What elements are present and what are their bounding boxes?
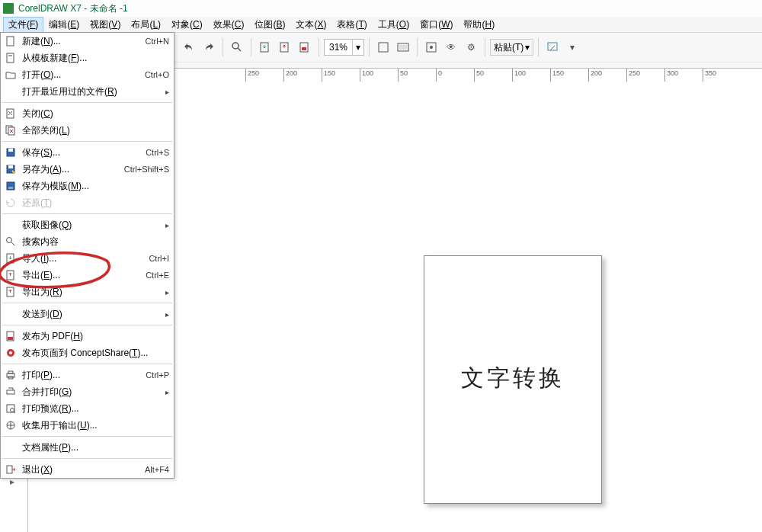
menu-item[interactable]: 导出为(R)▸: [1, 284, 174, 300]
import-icon[interactable]: [256, 38, 274, 56]
menu-9[interactable]: 工具(O): [373, 17, 415, 33]
menu-item[interactable]: 发送到(D)▸: [1, 306, 174, 322]
menu-8[interactable]: 表格(T): [331, 17, 372, 33]
ruler-tick: 200: [588, 69, 589, 82]
ruler-tick: 300: [664, 69, 665, 82]
menu-shortcut: Ctrl+O: [145, 70, 169, 79]
paste-dropdown[interactable]: 粘贴(T) ▾: [490, 39, 533, 56]
import-icon: [4, 252, 18, 264]
svg-rect-11: [548, 43, 557, 50]
open-icon: [4, 69, 18, 81]
menu-item-label: 收集用于输出(U)...: [22, 419, 169, 432]
ruler-tick: 100: [512, 69, 513, 82]
gear-icon[interactable]: ⚙: [462, 38, 480, 56]
svg-line-1: [238, 48, 241, 51]
menu-item[interactable]: 从模板新建(F)...: [1, 50, 174, 66]
menu-shortcut: Alt+F4: [145, 465, 169, 474]
fullscreen-icon[interactable]: [374, 38, 392, 56]
separator: [223, 38, 223, 56]
eye-icon[interactable]: 👁: [442, 38, 460, 56]
snap-icon[interactable]: [422, 38, 440, 56]
chevron-down-icon: ▾: [525, 42, 530, 53]
menu-6[interactable]: 位图(B): [249, 17, 290, 33]
search-icon[interactable]: [228, 38, 246, 56]
menu-item-label: 文档属性(P)...: [22, 441, 169, 454]
blank-icon: [4, 85, 18, 98]
mergeprint-icon: [4, 386, 18, 398]
menu-item-label: 导出(E)...: [22, 269, 146, 282]
menu-11[interactable]: 帮助(H): [458, 17, 500, 33]
menu-item-label: 打开(O)...: [22, 69, 145, 82]
paste-label: 粘贴(T): [494, 41, 523, 54]
menu-item[interactable]: 发布页面到 ConceptShare(T)...: [1, 345, 174, 361]
menu-item[interactable]: 文档属性(P)...: [1, 439, 174, 456]
menu-divider: [2, 436, 172, 437]
menu-item-label: 打开最近用过的文件(R): [22, 85, 164, 98]
menu-item[interactable]: 导出(E)...Ctrl+E: [1, 267, 174, 284]
menu-5[interactable]: 效果(C): [208, 17, 250, 33]
blank-icon: [4, 441, 18, 453]
menu-4[interactable]: 对象(C): [166, 17, 208, 33]
app-logo-icon: [3, 3, 14, 14]
chevron-right-icon: ▸: [164, 310, 169, 319]
chevron-down-icon[interactable]: ▾: [352, 40, 363, 55]
menu-item[interactable]: 打开(O)...Ctrl+O: [1, 66, 174, 83]
menu-item-label: 打印(P)...: [22, 369, 146, 382]
menu-item-label: 发布为 PDF(H): [22, 330, 169, 343]
preview-icon[interactable]: [394, 38, 412, 56]
menu-item[interactable]: 新建(N)...Ctrl+N: [1, 33, 174, 50]
export-icon[interactable]: [276, 38, 294, 56]
menu-3[interactable]: 布局(L): [126, 17, 166, 33]
save-icon: [4, 146, 18, 159]
ruler-tick: 50: [398, 69, 399, 82]
svg-rect-8: [399, 45, 407, 50]
menu-item[interactable]: 获取图像(Q)▸: [1, 216, 174, 233]
launch-icon[interactable]: [543, 38, 562, 56]
menu-item[interactable]: 打印预览(R)...: [1, 400, 174, 417]
menu-item[interactable]: 收集用于输出(U)...: [1, 417, 174, 434]
menu-item[interactable]: 导入(I)...Ctrl+I: [1, 250, 174, 267]
menu-item[interactable]: 保存为模版(M)...: [1, 178, 174, 194]
menu-item[interactable]: 保存(S)...Ctrl+S: [1, 144, 174, 161]
svg-point-42: [9, 351, 12, 354]
menu-0[interactable]: 文件(F): [3, 17, 43, 33]
menu-item[interactable]: 关闭(C): [1, 105, 174, 122]
chevron-down-icon[interactable]: ▾: [563, 38, 581, 56]
menu-item[interactable]: 全部关闭(L): [1, 122, 174, 139]
closeall-icon: [4, 124, 18, 136]
document-page[interactable]: 文字转换: [424, 255, 602, 504]
menu-item[interactable]: 发布为 PDF(H): [1, 328, 174, 345]
menu-item[interactable]: 搜索内容: [1, 233, 174, 250]
chevron-right-icon: ▸: [164, 288, 169, 296]
title-bar: CorelDRAW X7 - 未命名 -1: [0, 0, 762, 17]
menu-10[interactable]: 窗口(W): [415, 17, 458, 33]
redo-icon[interactable]: [200, 38, 218, 56]
undo-icon[interactable]: [180, 38, 198, 56]
page-text[interactable]: 文字转换: [424, 363, 601, 394]
menu-7[interactable]: 文本(X): [290, 17, 331, 33]
svg-rect-51: [7, 466, 12, 473]
svg-rect-33: [8, 187, 13, 189]
ruler-tick: 350: [703, 69, 703, 82]
menu-1[interactable]: 编辑(E): [43, 17, 85, 33]
menu-item[interactable]: 打开最近用过的文件(R)▸: [1, 83, 174, 100]
ruler-tick: 150: [550, 69, 551, 82]
svg-point-48: [11, 409, 14, 412]
chevron-right-icon: ▸: [164, 88, 169, 96]
separator: [417, 38, 418, 56]
close-icon: [4, 107, 18, 120]
menu-item-label: 全部关闭(L): [22, 124, 169, 137]
cs-icon: [4, 347, 18, 359]
pdf-icon[interactable]: [296, 38, 314, 56]
ruler-tick: 150: [322, 69, 322, 82]
ruler-tick: 250: [626, 69, 627, 82]
zoom-level[interactable]: 31% ▾: [324, 39, 364, 56]
menu-item[interactable]: 退出(X)Alt+F4: [1, 461, 174, 478]
menu-shortcut: Ctrl+E: [146, 271, 169, 280]
exportas-icon: [4, 286, 18, 298]
menu-divider: [2, 102, 172, 103]
menu-item[interactable]: 打印(P)...Ctrl+P: [1, 367, 174, 383]
menu-item[interactable]: 另存为(A)...Ctrl+Shift+S: [1, 161, 174, 178]
menu-item[interactable]: 合并打印(G)▸: [1, 383, 174, 400]
menu-2[interactable]: 视图(V): [85, 17, 126, 33]
